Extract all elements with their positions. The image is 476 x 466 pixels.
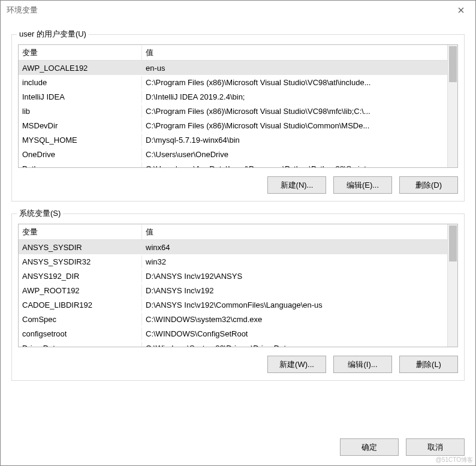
- var-value-cell: C:\Program Files (x86)\Microsoft Visual …: [142, 119, 457, 132]
- var-value-cell: D:\IntelliJ IDEA 2019.2.4\bin;: [142, 91, 457, 103]
- var-value-cell: C:\WINDOWS\ConfigSetRoot: [142, 327, 457, 340]
- table-row[interactable]: MYSQL_HOMED:\mysql-5.7.19-winx64\bin: [19, 133, 457, 147]
- scrollbar[interactable]: [447, 45, 457, 167]
- user-vars-label: user 的用户变量(U): [17, 29, 89, 40]
- var-name-cell: include: [19, 76, 142, 89]
- var-name-cell: ANSYS192_DIR: [19, 270, 142, 282]
- edit-system-var-button[interactable]: 编辑(I)...: [333, 356, 392, 373]
- system-vars-group: 系统变量(S) 变量 值 ANSYS_SYSDIRwinx64ANSYS_SYS…: [11, 214, 465, 381]
- col-header-value[interactable]: 值: [142, 225, 457, 239]
- delete-user-var-button[interactable]: 删除(D): [399, 176, 458, 194]
- table-row[interactable]: includeC:\Program Files (x86)\Microsoft …: [19, 75, 457, 89]
- var-value-cell: win32: [142, 255, 457, 268]
- system-vars-label: 系统变量(S): [17, 208, 63, 219]
- user-vars-group: user 的用户变量(U) 变量 值 AWP_LOCALE192en-usinc…: [11, 34, 465, 202]
- var-value-cell: C:\Users\user\OneDrive: [142, 148, 457, 161]
- table-row[interactable]: DriverDataC:\Windows\System32\Drivers\Dr…: [19, 341, 457, 347]
- ok-button[interactable]: 确定: [340, 438, 399, 456]
- var-name-cell: AWP_ROOT192: [19, 284, 142, 297]
- var-name-cell: configsetroot: [19, 327, 142, 340]
- var-value-cell: C:\Users\user\AppData\Local\Programs\Pyt…: [142, 163, 457, 169]
- var-value-cell: D:\mysql-5.7.19-winx64\bin: [142, 134, 457, 146]
- var-value-cell: C:\WINDOWS\system32\cmd.exe: [142, 313, 457, 326]
- system-vars-buttons: 新建(W)... 编辑(I)... 删除(L): [18, 356, 458, 373]
- var-name-cell: MSDevDir: [19, 119, 142, 132]
- new-user-var-button[interactable]: 新建(N)...: [267, 176, 326, 194]
- var-name-cell: OneDrive: [19, 148, 142, 161]
- var-value-cell: D:\ANSYS Inc\v192\ANSYS: [142, 270, 457, 282]
- table-row[interactable]: ANSYS_SYSDIR32win32: [19, 254, 457, 269]
- window-title: 环境变量: [7, 5, 38, 16]
- col-header-name[interactable]: 变量: [19, 46, 142, 60]
- var-name-cell: lib: [19, 105, 142, 118]
- col-header-value[interactable]: 值: [142, 46, 457, 60]
- table-row[interactable]: AWP_ROOT192D:\ANSYS Inc\v192: [19, 283, 457, 297]
- table-row[interactable]: CADOE_LIBDIR192D:\ANSYS Inc\v192\CommonF…: [19, 297, 457, 312]
- col-header-name[interactable]: 变量: [19, 225, 142, 239]
- table-row[interactable]: MSDevDirC:\Program Files (x86)\Microsoft…: [19, 118, 457, 133]
- var-name-cell: DriverData: [19, 342, 142, 348]
- table-header: 变量 值: [19, 45, 457, 61]
- var-name-cell: ANSYS_SYSDIR32: [19, 255, 142, 268]
- var-name-cell: IntelliJ IDEA: [19, 91, 142, 103]
- table-row[interactable]: AWP_LOCALE192en-us: [19, 61, 457, 75]
- scrollbar-thumb[interactable]: [449, 226, 457, 261]
- table-header: 变量 值: [19, 224, 457, 240]
- delete-system-var-button[interactable]: 删除(L): [399, 356, 458, 373]
- cancel-button[interactable]: 取消: [406, 438, 465, 456]
- env-vars-dialog: 环境变量 user 的用户变量(U) 变量 值 AWP_LOCALE192en-…: [0, 0, 476, 466]
- scrollbar-thumb[interactable]: [449, 46, 457, 82]
- dialog-body: user 的用户变量(U) 变量 值 AWP_LOCALE192en-usinc…: [1, 20, 475, 432]
- titlebar: 环境变量: [1, 1, 475, 20]
- system-vars-rows: ANSYS_SYSDIRwinx64ANSYS_SYSDIR32win32ANS…: [19, 240, 457, 347]
- table-row[interactable]: configsetrootC:\WINDOWS\ConfigSetRoot: [19, 326, 457, 341]
- close-icon: [458, 7, 464, 13]
- scrollbar[interactable]: [447, 224, 457, 347]
- var-value-cell: C:\Windows\System32\Drivers\DriverData: [142, 342, 457, 348]
- var-name-cell: ANSYS_SYSDIR: [19, 241, 142, 254]
- user-vars-rows: AWP_LOCALE192en-usincludeC:\Program File…: [19, 61, 457, 168]
- new-system-var-button[interactable]: 新建(W)...: [267, 356, 326, 373]
- table-row[interactable]: ComSpecC:\WINDOWS\system32\cmd.exe: [19, 312, 457, 326]
- close-button[interactable]: [449, 2, 473, 19]
- var-value-cell: C:\Program Files (x86)\Microsoft Visual …: [142, 76, 457, 89]
- var-value-cell: en-us: [142, 62, 457, 74]
- system-vars-table[interactable]: 变量 值 ANSYS_SYSDIRwinx64ANSYS_SYSDIR32win…: [18, 224, 458, 347]
- table-row[interactable]: libC:\Program Files (x86)\Microsoft Visu…: [19, 104, 457, 118]
- var-value-cell: C:\Program Files (x86)\Microsoft Visual …: [142, 105, 457, 118]
- var-name-cell: AWP_LOCALE192: [19, 62, 142, 74]
- var-value-cell: D:\ANSYS Inc\v192\CommonFiles\Language\e…: [142, 299, 457, 311]
- table-row[interactable]: PathC:\Users\user\AppData\Local\Programs…: [19, 161, 457, 168]
- edit-user-var-button[interactable]: 编辑(E)...: [333, 176, 392, 194]
- var-name-cell: ComSpec: [19, 313, 142, 326]
- table-row[interactable]: ANSYS_SYSDIRwinx64: [19, 240, 457, 254]
- dialog-footer: 确定 取消: [1, 432, 475, 465]
- var-value-cell: winx64: [142, 241, 457, 254]
- table-row[interactable]: ANSYS192_DIRD:\ANSYS Inc\v192\ANSYS: [19, 269, 457, 283]
- var-name-cell: Path: [19, 163, 142, 169]
- table-row[interactable]: OneDriveC:\Users\user\OneDrive: [19, 147, 457, 161]
- user-vars-table[interactable]: 变量 值 AWP_LOCALE192en-usincludeC:\Program…: [18, 44, 458, 168]
- table-row[interactable]: IntelliJ IDEAD:\IntelliJ IDEA 2019.2.4\b…: [19, 89, 457, 104]
- var-name-cell: CADOE_LIBDIR192: [19, 299, 142, 311]
- var-value-cell: D:\ANSYS Inc\v192: [142, 284, 457, 297]
- user-vars-buttons: 新建(N)... 编辑(E)... 删除(D): [18, 176, 458, 194]
- var-name-cell: MYSQL_HOME: [19, 134, 142, 146]
